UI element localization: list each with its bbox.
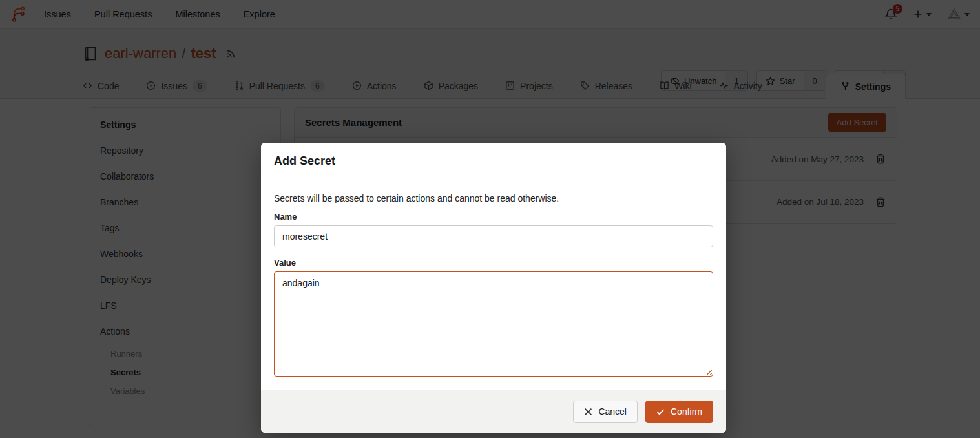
confirm-button[interactable]: Confirm — [645, 401, 713, 423]
secret-name-input[interactable] — [274, 225, 713, 247]
add-secret-modal: Add Secret Secrets will be passed to cer… — [261, 143, 726, 433]
value-field-label: Value — [274, 258, 713, 267]
modal-body: Secrets will be passed to certain action… — [261, 180, 726, 390]
modal-description: Secrets will be passed to certain action… — [274, 193, 713, 203]
confirm-label: Confirm — [671, 406, 702, 417]
check-icon — [656, 408, 665, 416]
modal-header: Add Secret — [261, 143, 726, 180]
close-icon — [584, 408, 592, 416]
cancel-label: Cancel — [598, 406, 627, 417]
cancel-button[interactable]: Cancel — [573, 401, 638, 423]
name-field-label: Name — [274, 212, 713, 222]
modal-actions: Cancel Confirm — [261, 390, 726, 433]
secret-value-textarea[interactable]: andagain — [274, 271, 713, 377]
modal-title: Add Secret — [274, 154, 335, 167]
